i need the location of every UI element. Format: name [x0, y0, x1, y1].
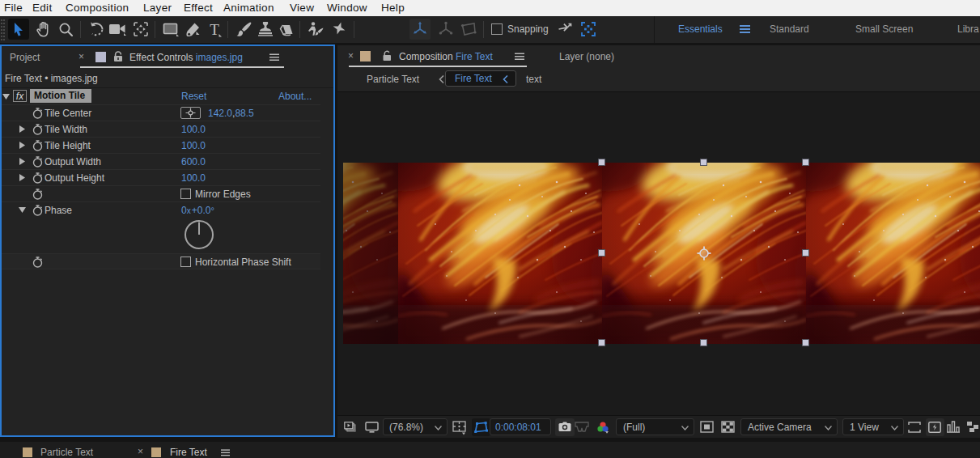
svg-text:T: T [210, 22, 219, 37]
